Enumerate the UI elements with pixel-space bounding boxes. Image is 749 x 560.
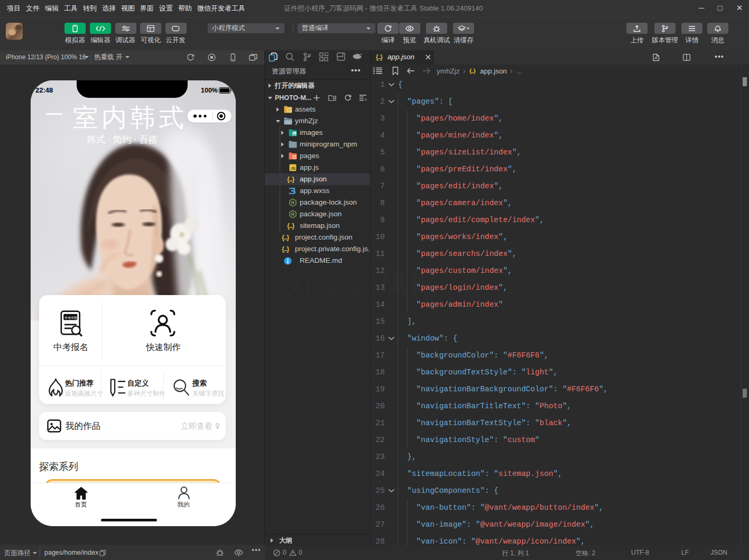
svg-text:中考中报: 中考中报 — [64, 316, 77, 320]
svg-text:JS: JS — [291, 167, 295, 170]
